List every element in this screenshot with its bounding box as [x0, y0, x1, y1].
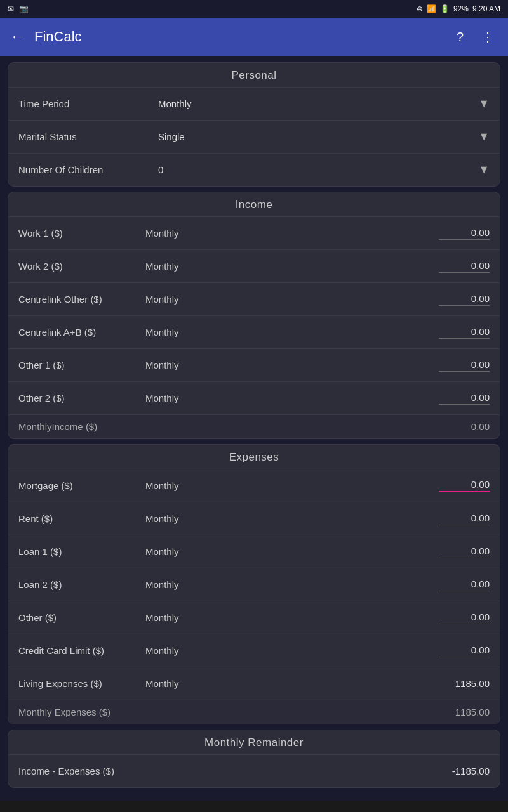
children-arrow-icon[interactable]: ▼ [478, 163, 490, 176]
expenses-total-value: 1185.00 [455, 707, 490, 717]
income-value-1[interactable]: 0.00 [439, 260, 490, 273]
income-value-4[interactable]: 0.00 [439, 359, 490, 372]
marital-status-arrow-icon[interactable]: ▼ [478, 130, 490, 143]
nav-back-button[interactable]: ◁ [61, 804, 110, 812]
income-value-5[interactable]: 0.00 [439, 392, 490, 405]
help-button[interactable]: ? [453, 26, 467, 48]
expenses-value-1[interactable]: 0.00 [439, 513, 490, 525]
time-period-value: Monthly [158, 98, 478, 109]
children-value: 0 [158, 164, 478, 175]
income-label-2: Centrelink Other ($) [18, 294, 145, 304]
nav-home-button[interactable]: ○ [232, 804, 278, 812]
bottom-nav: ◁ ○ □ [0, 801, 508, 812]
expenses-row-4[interactable]: Other ($) Monthly 0.00 [8, 601, 500, 634]
income-label-5: Other 2 ($) [18, 393, 145, 403]
expenses-card: Expenses Mortgage ($) Monthly 0.00 Rent … [8, 444, 500, 724]
main-content: Personal Time Period Monthly ▼ Marital S… [0, 56, 508, 794]
expenses-value-0[interactable]: 0.00 [439, 479, 490, 492]
back-button[interactable]: ← [10, 29, 24, 45]
time-text: 9:20 AM [472, 4, 500, 13]
income-row-1[interactable]: Work 2 ($) Monthly 0.00 [8, 249, 500, 282]
photo-icon: 📷 [19, 4, 29, 13]
remainder-label: Income - Expenses ($) [18, 766, 439, 776]
income-label-0: Work 1 ($) [18, 228, 145, 239]
income-row-2[interactable]: Centrelink Other ($) Monthly 0.00 [8, 282, 500, 315]
expenses-row-0[interactable]: Mortgage ($) Monthly 0.00 [8, 469, 500, 502]
income-label-1: Work 2 ($) [18, 261, 145, 272]
expenses-total-row: Monthly Expenses ($) 1185.00 [8, 700, 500, 724]
expenses-row-2[interactable]: Loan 1 ($) Monthly 0.00 [8, 535, 500, 568]
income-row-5[interactable]: Other 2 ($) Monthly 0.00 [8, 381, 500, 414]
mute-icon: ⊖ [417, 4, 423, 13]
income-total-row: MonthlyIncome ($) 0.00 [8, 414, 500, 438]
expenses-label-0: Mortgage ($) [18, 480, 145, 491]
income-value-0[interactable]: 0.00 [439, 227, 490, 240]
personal-card: Personal Time Period Monthly ▼ Marital S… [8, 62, 500, 187]
time-period-arrow-icon[interactable]: ▼ [478, 97, 490, 110]
income-freq-5: Monthly [145, 393, 439, 403]
expenses-label-3: Loan 2 ($) [18, 579, 145, 590]
expenses-value-3[interactable]: 0.00 [439, 579, 490, 591]
income-freq-2: Monthly [145, 294, 439, 304]
expenses-row-1[interactable]: Rent ($) Monthly 0.00 [8, 502, 500, 535]
notification-icon: ✉ [8, 4, 14, 13]
expenses-freq-1: Monthly [145, 513, 439, 524]
expenses-row-6[interactable]: Living Expenses ($) Monthly 1185.00 [8, 667, 500, 700]
status-bar: ✉ 📷 ⊖ 📶 🔋 92% 9:20 AM [0, 0, 508, 18]
expenses-header: Expenses [8, 445, 500, 469]
income-freq-1: Monthly [145, 261, 439, 272]
wifi-icon: 📶 [427, 4, 436, 13]
remainder-header: Monthly Remainder [8, 730, 500, 754]
income-total-label: MonthlyIncome ($) [18, 421, 471, 432]
nav-recent-button[interactable]: □ [401, 804, 447, 812]
expenses-freq-4: Monthly [145, 612, 439, 623]
expenses-freq-5: Monthly [145, 645, 439, 656]
expenses-value-2[interactable]: 0.00 [439, 546, 490, 558]
remainder-card: Monthly Remainder Income - Expenses ($) … [8, 730, 500, 788]
income-freq-4: Monthly [145, 360, 439, 370]
status-left-icons: ✉ 📷 [8, 4, 29, 13]
marital-status-label: Marital Status [18, 131, 158, 142]
expenses-label-4: Other ($) [18, 612, 145, 623]
remainder-row: Income - Expenses ($) -1185.00 [8, 754, 500, 787]
children-row[interactable]: Number Of Children 0 ▼ [8, 153, 500, 186]
app-title: FinCalc [34, 29, 443, 45]
income-label-4: Other 1 ($) [18, 360, 145, 370]
personal-header: Personal [8, 63, 500, 87]
income-label-3: Centrelink A+B ($) [18, 327, 145, 337]
menu-button[interactable]: ⋮ [478, 25, 498, 48]
expenses-value-4[interactable]: 0.00 [439, 612, 490, 624]
income-value-3[interactable]: 0.00 [439, 326, 490, 339]
expenses-label-5: Credit Card Limit ($) [18, 645, 145, 656]
expenses-row-5[interactable]: Credit Card Limit ($) Monthly 0.00 [8, 634, 500, 667]
battery-text: 92% [453, 4, 469, 13]
expenses-label-6: Living Expenses ($) [18, 678, 145, 689]
expenses-label-1: Rent ($) [18, 513, 145, 524]
marital-status-row[interactable]: Marital Status Single ▼ [8, 120, 500, 153]
income-total-value: 0.00 [471, 421, 490, 432]
app-bar: ← FinCalc ? ⋮ [0, 18, 508, 56]
income-freq-0: Monthly [145, 228, 439, 239]
expenses-label-2: Loan 1 ($) [18, 546, 145, 557]
expenses-value-6: 1185.00 [439, 678, 490, 689]
income-row-3[interactable]: Centrelink A+B ($) Monthly 0.00 [8, 315, 500, 348]
income-header: Income [8, 192, 500, 216]
income-freq-3: Monthly [145, 327, 439, 337]
expenses-freq-0: Monthly [145, 480, 439, 491]
children-label: Number Of Children [18, 164, 158, 175]
time-period-row[interactable]: Time Period Monthly ▼ [8, 87, 500, 120]
expenses-value-5[interactable]: 0.00 [439, 645, 490, 657]
income-value-2[interactable]: 0.00 [439, 293, 490, 306]
income-row-4[interactable]: Other 1 ($) Monthly 0.00 [8, 348, 500, 381]
expenses-freq-2: Monthly [145, 546, 439, 557]
marital-status-value: Single [158, 131, 478, 142]
expenses-total-label: Monthly Expenses ($) [18, 707, 455, 717]
battery-icon: 🔋 [440, 4, 450, 13]
time-period-label: Time Period [18, 98, 158, 109]
income-row-0[interactable]: Work 1 ($) Monthly 0.00 [8, 216, 500, 249]
remainder-value: -1185.00 [439, 766, 490, 776]
expenses-row-3[interactable]: Loan 2 ($) Monthly 0.00 [8, 568, 500, 601]
expenses-freq-3: Monthly [145, 579, 439, 590]
expenses-freq-6: Monthly [145, 678, 439, 689]
income-card: Income Work 1 ($) Monthly 0.00 Work 2 ($… [8, 192, 500, 439]
